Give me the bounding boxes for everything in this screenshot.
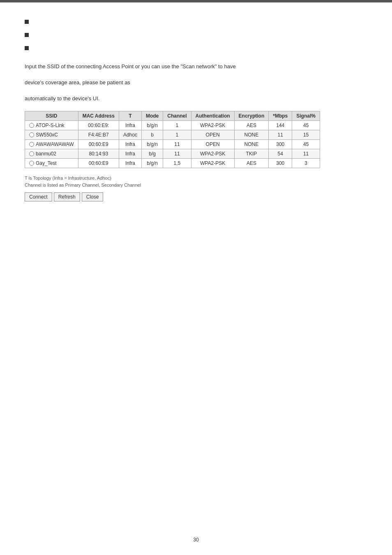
- table-row: SW550xCF4:4E:B7Adhocb1OPENNONE1115: [25, 130, 320, 140]
- cell-signal: 3: [292, 159, 320, 168]
- cell-mbps: 300: [269, 140, 292, 149]
- network-table: SSID MAC Address T Mode Channel Authenti…: [25, 111, 320, 168]
- bullet-square-3: [25, 46, 29, 50]
- ssid-label: Gay_Test: [36, 160, 57, 166]
- cell-channel: 1: [163, 121, 191, 130]
- page-container: Input the SSID of the connecting Access …: [0, 0, 392, 555]
- cell-ssid: Gay_Test: [25, 159, 78, 168]
- cell-mac: 00:60:E9: [78, 140, 119, 149]
- close-button[interactable]: Close: [82, 192, 104, 201]
- col-t: T: [119, 111, 141, 121]
- top-bar: [0, 0, 392, 2]
- col-enc: Encryption: [234, 111, 269, 121]
- description-para-3: automatically to the device's UI.: [25, 95, 367, 103]
- col-mbps: *Mbps: [269, 111, 292, 121]
- cell-topology: Adhoc: [119, 130, 141, 140]
- cell-mac: 00:60:E9:: [78, 121, 119, 130]
- col-auth: Authentication: [191, 111, 234, 121]
- content-area: Input the SSID of the connecting Access …: [0, 11, 392, 230]
- refresh-button[interactable]: Refresh: [54, 192, 80, 201]
- cell-enc: AES: [234, 159, 269, 168]
- network-radio-1[interactable]: [29, 132, 34, 137]
- cell-topology: Infra: [119, 159, 141, 168]
- table-row: AWAWAWAWAW00:60:E9Infrab/g/n11OPENNONE30…: [25, 140, 320, 149]
- cell-mac: F4:4E:B7: [78, 130, 119, 140]
- cell-topology: Infra: [119, 140, 141, 149]
- cell-mac: 00:60:E9: [78, 159, 119, 168]
- bullet-square-2: [25, 33, 29, 37]
- network-radio-3[interactable]: [29, 151, 34, 156]
- table-header-row: SSID MAC Address T Mode Channel Authenti…: [25, 111, 320, 121]
- col-signal: Signal%: [292, 111, 320, 121]
- cell-signal: 45: [292, 140, 320, 149]
- cell-auth: WPA2-PSK: [191, 149, 234, 159]
- bullet-item-2: [25, 32, 367, 37]
- description-para-2: device's coverage area, please be patien…: [25, 79, 367, 87]
- ssid-label: banmu02: [36, 151, 56, 157]
- page-number: 30: [0, 537, 392, 543]
- cell-mode: b/g/n: [141, 140, 163, 149]
- footer-note-2: Channel is listed as Primary Channel, Se…: [25, 182, 367, 189]
- cell-topology: Infra: [119, 121, 141, 130]
- cell-enc: AES: [234, 121, 269, 130]
- cell-mbps: 300: [269, 159, 292, 168]
- cell-mode: b/g/n: [141, 121, 163, 130]
- col-mode: Mode: [141, 111, 163, 121]
- bullet-section: [25, 19, 367, 50]
- cell-signal: 11: [292, 149, 320, 159]
- cell-mode: b/g/n: [141, 159, 163, 168]
- cell-channel: 11: [163, 140, 191, 149]
- cell-channel: 11: [163, 149, 191, 159]
- network-table-section: SSID MAC Address T Mode Channel Authenti…: [25, 111, 367, 168]
- table-row: banmu0280:14:93Infrab/g11WPA2-PSKTKIP541…: [25, 149, 320, 159]
- network-radio-0[interactable]: [29, 123, 34, 128]
- button-group: Connect Refresh Close: [25, 192, 367, 201]
- network-radio-4[interactable]: [29, 161, 34, 166]
- cell-ssid: banmu02: [25, 149, 78, 159]
- bullet-square-1: [25, 20, 29, 24]
- cell-auth: OPEN: [191, 140, 234, 149]
- cell-auth: WPA2-PSK: [191, 121, 234, 130]
- cell-mode: b/g: [141, 149, 163, 159]
- table-row: ATOP-S-Link00:60:E9:Infrab/g/n1WPA2-PSKA…: [25, 121, 320, 130]
- bullet-item-3: [25, 45, 367, 50]
- col-mac: MAC Address: [78, 111, 119, 121]
- col-channel: Channel: [163, 111, 191, 121]
- cell-channel: 1,5: [163, 159, 191, 168]
- description-para-1: Input the SSID of the connecting Access …: [25, 62, 367, 71]
- footer-note-1: T is Topology (Infra = Infrastructure, A…: [25, 175, 367, 182]
- cell-auth: WPA2-PSK: [191, 159, 234, 168]
- bullet-item-1: [25, 19, 367, 24]
- connect-button[interactable]: Connect: [25, 192, 52, 201]
- cell-enc: NONE: [234, 130, 269, 140]
- col-ssid: SSID: [25, 111, 78, 121]
- cell-mode: b: [141, 130, 163, 140]
- cell-mbps: 11: [269, 130, 292, 140]
- cell-mac: 80:14:93: [78, 149, 119, 159]
- cell-auth: OPEN: [191, 130, 234, 140]
- cell-channel: 1: [163, 130, 191, 140]
- cell-ssid: ATOP-S-Link: [25, 121, 78, 130]
- cell-signal: 45: [292, 121, 320, 130]
- cell-enc: NONE: [234, 140, 269, 149]
- cell-enc: TKIP: [234, 149, 269, 159]
- cell-signal: 15: [292, 130, 320, 140]
- ssid-label: AWAWAWAWAW: [36, 141, 74, 147]
- description-section: Input the SSID of the connecting Access …: [25, 62, 367, 103]
- cell-topology: Infra: [119, 149, 141, 159]
- ssid-label: ATOP-S-Link: [36, 123, 65, 128]
- ssid-label: SW550xC: [36, 132, 58, 138]
- cell-ssid: AWAWAWAWAW: [25, 140, 78, 149]
- cell-mbps: 54: [269, 149, 292, 159]
- cell-ssid: SW550xC: [25, 130, 78, 140]
- footer-notes: T is Topology (Infra = Infrastructure, A…: [25, 175, 367, 188]
- network-radio-2[interactable]: [29, 142, 34, 147]
- cell-mbps: 144: [269, 121, 292, 130]
- table-row: Gay_Test00:60:E9Infrab/g/n1,5WPA2-PSKAES…: [25, 159, 320, 168]
